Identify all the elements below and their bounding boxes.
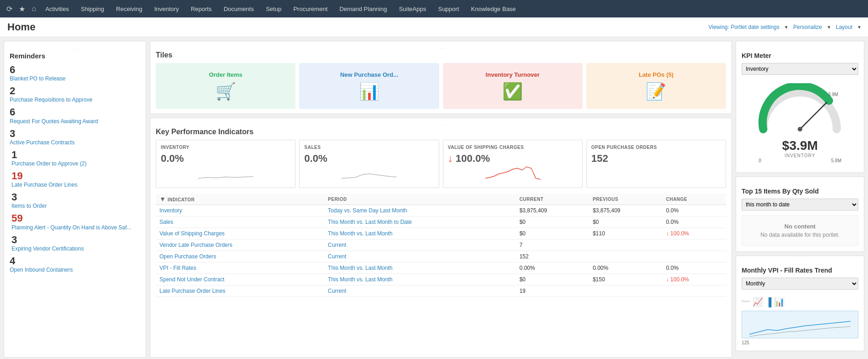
cell-previous: $3,875,409 [589,205,663,217]
table-row: Sales This Month vs. Last Month to Date … [156,217,726,228]
kpi-card-inventory-value: 0.0% [161,153,290,165]
page-title: Home [7,21,35,33]
cell-current: 152 [516,251,589,262]
vpi-bar-active-icon[interactable]: ▐ [766,297,772,307]
kpi-card-inventory-title: INVENTORY [161,145,290,150]
cell-period: Today vs. Same Day Last Month [324,205,516,217]
home-icon[interactable]: ⌂ [29,3,39,15]
tile-new-purchase-ord[interactable]: New Purchase Ord... 📊 [299,63,439,109]
nav-knowledge-base[interactable]: Knowledge Base [465,0,522,17]
kpi-card-inventory: INVENTORY 0.0% [156,140,295,188]
reminder-label-req[interactable]: Purchase Requisitions to Approve [10,97,140,103]
reminder-label-blanket[interactable]: Blanket PO to Release [10,75,140,82]
kpi-meter-select[interactable]: Inventory [742,63,858,75]
navbar: ⟳ ★ ⌂ Activities Shipping Receiving Inve… [0,0,868,17]
reminders-title: Reminders [10,52,140,60]
nav-setup[interactable]: Setup [260,0,287,17]
vpi-line-icon[interactable]: 〰 [742,297,750,307]
drag-handle-kpi[interactable]: · · · [156,123,726,128]
kpi-card-open-po-value: 152 [591,153,721,165]
main-layout: · · · Reminders 6 Blanket PO to Release … [0,37,868,359]
drag-handle-kpi-meter[interactable]: · · · [742,47,858,52]
reminder-label-late-po[interactable]: Late Purchase Order Lines [11,182,140,188]
cell-previous: $0 [589,217,663,228]
kpi-meter-widget: · · · KPI Meter Inventory 3.9M $3.9M INV… [736,41,864,173]
tile-late-pos[interactable]: Late POs (5) 📝 [586,63,726,109]
kpi-card-sales: SALES 0.0% [299,140,439,188]
cell-previous [589,285,663,297]
nav-shipping[interactable]: Shipping [75,0,110,17]
tiles-grid: Order Items 🛒 New Purchase Ord... 📊 Inve… [156,63,726,109]
star-icon[interactable]: ★ [16,3,28,15]
nav-receiving[interactable]: Receiving [111,0,148,17]
tile-inventory-turnover-label: Inventory Turnover [486,71,540,78]
top15-select[interactable]: this month to date [742,199,858,211]
nav-reports[interactable]: Reports [185,0,217,17]
kpi-cards: INVENTORY 0.0% SALES 0.0% [156,140,726,188]
drag-handle-vpi[interactable]: · · · [742,262,858,267]
history-icon[interactable]: ⟳ [4,3,15,15]
cell-indicator: Open Purchase Orders [156,251,324,262]
kpi-section: · · · Key Performance Indicators INVENTO… [150,118,732,358]
reminder-label-items-order[interactable]: Items to Order [11,203,140,209]
vpi-area-icon[interactable]: 📈 [753,297,763,307]
reminder-label-po-approve[interactable]: Purchase Order to Approve (2) [11,160,140,167]
gauge-value: $3.9M [782,138,818,153]
nav-activities[interactable]: Activities [40,0,74,17]
monthly-vpi-select[interactable]: Monthly [742,278,858,290]
tile-order-items[interactable]: Order Items 🛒 [156,63,295,109]
nav-suiteapps[interactable]: SuiteApps [393,0,431,17]
reminder-label-planning[interactable]: Planning Alert - Quantity On Hand is Abo… [11,224,140,231]
nav-inventory[interactable]: Inventory [149,0,184,17]
svg-text:3.9M: 3.9M [828,92,838,97]
layout-link[interactable]: Layout [836,24,852,30]
cell-indicator: VPI - Fill Rates [156,262,324,274]
center-panel: · · · Tiles Order Items 🛒 New Purchase O… [150,41,732,358]
nav-procurement[interactable]: Procurement [288,0,333,17]
cell-change [662,239,726,251]
tiles-section-label: Tiles [156,51,726,59]
tile-new-purchase-icon: 📊 [359,82,380,101]
nav-documents[interactable]: Documents [218,0,260,17]
cell-current: $0 [516,228,589,239]
tile-inventory-turnover[interactable]: Inventory Turnover ✅ [443,63,583,109]
reminder-label-vendor-cert[interactable]: Expiring Vendor Certifications [11,245,140,252]
cell-indicator: Late Purchase Order Lines [156,285,324,297]
kpi-card-sales-title: SALES [304,145,434,150]
gauge-scale: 0 5.8M [759,158,841,163]
list-item: 3 Expiring Vendor Certifications [10,234,140,252]
reminder-label-contracts[interactable]: Active Purchase Contracts [10,139,140,146]
sort-icon-indicator[interactable]: ▼ [159,195,166,203]
reminder-label-rfq[interactable]: Request For Quotes Awaiting Award [10,118,140,125]
nav-demand-planning[interactable]: Demand Planning [334,0,392,17]
cell-current: $0 [516,217,589,228]
kpi-card-sales-value: 0.0% [304,153,434,165]
kpi-card-open-po: OPEN PURCHASE ORDERS 152 [586,140,726,188]
kpi-meter-title: KPI Meter [742,52,858,59]
vpi-right-area-icon[interactable]: 📊 [774,297,784,307]
kpi-card-shipping-title: VALUE OF SHIPPING CHARGES [448,145,578,150]
gauge-max: 5.8M [831,158,841,163]
cell-current: $3,875,409 [516,205,589,217]
viewing-portlet-link[interactable]: Viewing: Portlet date settings [709,24,780,30]
cell-previous [589,251,663,262]
kpi-chart-inventory [161,165,290,183]
cell-period: This Month vs. Last Month [324,274,516,285]
personalize-link[interactable]: Personalize [793,24,822,30]
list-item: 4 Open Inbound Containers [10,256,140,273]
reminders-panel: · · · Reminders 6 Blanket PO to Release … [4,41,146,358]
monthly-vpi-title: Monthly VPI - Fill Rates Trend [742,267,858,274]
drag-handle-tiles[interactable]: · · · [156,46,726,51]
tile-late-pos-label: Late POs (5) [639,71,674,78]
nav-support[interactable]: Support [432,0,465,17]
cell-period: Current [324,285,516,297]
drag-handle-reminders[interactable]: · · · [10,47,140,52]
tile-inventory-turnover-icon: ✅ [502,82,523,101]
drag-handle-top15[interactable]: · · · [742,182,858,188]
page-header: Home Viewing: Portlet date settings ▾ Pe… [0,17,868,37]
cell-change: ↓ 100.0% [662,274,726,285]
col-header-period: PERIOD [324,194,516,205]
cell-change: ↓ 100.0% [662,228,726,239]
reminder-label-inbound[interactable]: Open Inbound Containers [10,267,140,273]
cell-previous: $150 [589,274,663,285]
